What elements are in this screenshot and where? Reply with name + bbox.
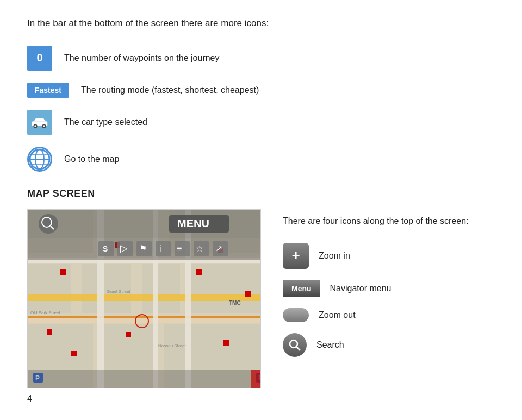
svg-rect-68: [251, 370, 261, 388]
zoom-in-row: + Zoom in: [283, 243, 469, 269]
svg-text:i: i: [159, 244, 161, 253]
svg-rect-27: [28, 318, 261, 323]
svg-text:≡: ≡: [177, 244, 182, 253]
svg-rect-36: [245, 291, 251, 297]
zoom-in-label: Zoom in: [319, 251, 350, 261]
svg-text:MENU: MENU: [177, 217, 209, 229]
svg-rect-33: [196, 269, 202, 275]
waypoint-icon: 0: [27, 46, 52, 71]
menu-icon: Menu: [283, 280, 320, 297]
car-type-icon: [27, 110, 52, 135]
routing-icon-box: Fastest: [27, 83, 69, 98]
svg-text:Nassau Street: Nassau Street: [158, 343, 186, 348]
zoom-out-row: Zoom out: [283, 308, 469, 322]
svg-point-4: [43, 125, 45, 127]
map-svg: Grant Street Old Park Street Nassau Stre…: [28, 210, 261, 388]
zoom-out-icon: [283, 308, 309, 322]
map-image-container: Grant Street Old Park Street Nassau Stre…: [27, 209, 261, 388]
globe-row: Go to the map: [27, 147, 495, 172]
svg-rect-15: [82, 264, 131, 313]
svg-text:Old Park Street: Old Park Street: [30, 310, 60, 315]
svg-text:TMC: TMC: [229, 300, 241, 306]
right-panel: There are four icons along the top of th…: [283, 209, 469, 357]
map-screen-description: There are four icons along the top of th…: [283, 215, 469, 228]
globe-icon-box: [27, 147, 52, 172]
svg-rect-38: [71, 351, 77, 356]
intro-text: In the bar at the bottom of the screen t…: [27, 16, 495, 30]
map-screen-title: MAP SCREEN: [27, 188, 495, 199]
svg-rect-16: [142, 264, 180, 313]
map-screen-section: MAP SCREEN: [27, 188, 495, 388]
map-content-row: Grant Street Old Park Street Nassau Stre…: [27, 209, 495, 388]
search-row: Search: [283, 333, 469, 357]
svg-text:S: S: [103, 245, 108, 253]
page-number: 4: [27, 394, 32, 404]
svg-text:▷: ▷: [120, 243, 128, 254]
menu-label: Navigator menu: [330, 284, 391, 293]
svg-rect-35: [126, 332, 131, 337]
svg-point-46: [39, 214, 58, 234]
svg-rect-39: [223, 340, 229, 346]
routing-description: The routing mode (fastest, shortest, che…: [81, 85, 259, 95]
globe-icon: [27, 147, 52, 172]
search-icon-svg: [288, 338, 301, 352]
menu-row: Menu Navigator menu: [283, 280, 469, 297]
search-icon: [283, 333, 307, 357]
car-icon-svg: [31, 116, 48, 128]
svg-rect-67: [28, 370, 261, 388]
waypoint-row: 0 The number of waypoints on the journey: [27, 46, 495, 71]
svg-rect-31: [60, 269, 66, 275]
globe-icon-svg: [29, 148, 51, 170]
zoom-out-label: Zoom out: [319, 310, 356, 320]
cartype-description: The car type selected: [64, 117, 147, 127]
svg-rect-58: [156, 241, 171, 256]
svg-point-3: [34, 125, 36, 127]
svg-point-69: [290, 340, 297, 348]
svg-rect-34: [47, 329, 52, 335]
search-label: Search: [316, 340, 344, 350]
fastest-icon: Fastest: [27, 83, 69, 98]
routing-row: Fastest The routing mode (fastest, short…: [27, 83, 495, 98]
globe-description: Go to the map: [64, 154, 119, 164]
svg-text:☆: ☆: [196, 244, 203, 253]
waypoint-icon-box: 0: [27, 46, 52, 71]
svg-text:↗: ↗: [215, 244, 222, 253]
waypoint-description: The number of waypoints on the journey: [64, 53, 220, 63]
zoom-in-icon: +: [283, 243, 309, 269]
svg-rect-22: [28, 294, 261, 301]
cartype-row: The car type selected: [27, 110, 495, 135]
cartype-icon-box: [27, 110, 52, 135]
svg-text:Grant Street: Grant Street: [107, 289, 130, 294]
map-bg: Grant Street Old Park Street Nassau Stre…: [28, 210, 260, 388]
svg-text:⚑: ⚑: [139, 244, 147, 253]
svg-line-70: [296, 347, 300, 350]
